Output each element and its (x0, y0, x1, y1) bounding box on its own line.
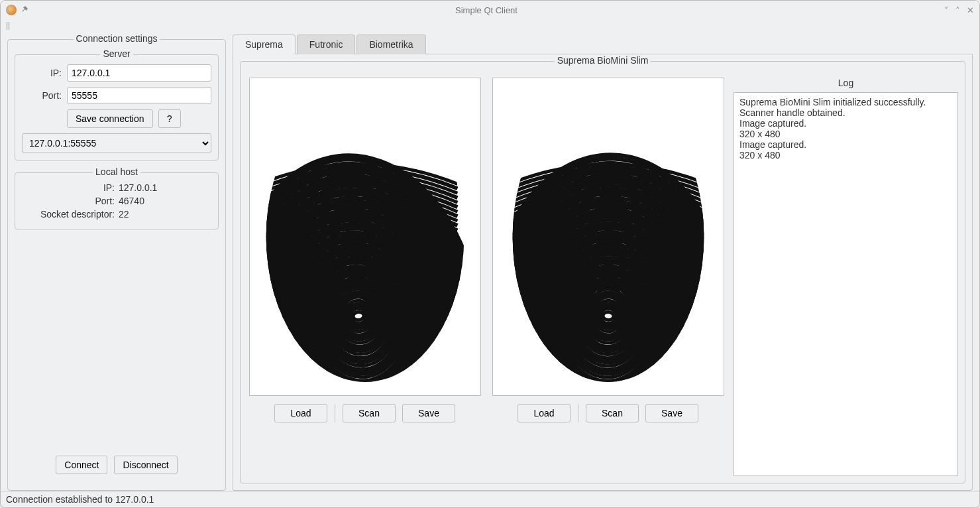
help-button[interactable]: ? (158, 109, 181, 128)
localhost-ip-label: IP: (22, 182, 115, 193)
save-button-2[interactable]: Save (645, 404, 698, 422)
window-title: Simple Qt Client (28, 5, 944, 15)
tab-suprema[interactable]: Suprema (233, 34, 296, 54)
fingerprint-icon (250, 78, 480, 395)
fingerprint-image-2 (492, 78, 724, 396)
log-column: Log Suprema BioMini Slim initialized suc… (734, 78, 958, 476)
log-textarea[interactable]: Suprema BioMini Slim initialized success… (734, 92, 958, 476)
toolbar-handle[interactable]: || (1, 19, 979, 31)
minimize-icon[interactable]: ˅ (944, 5, 949, 15)
fingerprint-image-1 (249, 78, 481, 396)
socket-descriptor-label: Socket descriptor: (22, 209, 115, 220)
fingerprint-panel-1: Load Scan Save (247, 78, 482, 476)
svg-point-45 (602, 312, 613, 320)
server-title: Server (100, 48, 133, 59)
maximize-icon[interactable]: ˄ (955, 5, 960, 15)
server-ip-input[interactable] (67, 64, 211, 82)
device-title: Suprema BioMini Slim (555, 55, 651, 66)
status-text: Connection established to 127.0.0.1 (6, 494, 154, 505)
scan-button-2[interactable]: Scan (586, 404, 639, 422)
save-button-1[interactable]: Save (402, 404, 455, 422)
load-button-1[interactable]: Load (274, 404, 327, 422)
app-window: Simple Qt Client ˅ ˄ ✕ || Connection set… (0, 0, 980, 508)
localhost-ip-value: 127.0.0.1 (119, 182, 157, 193)
localhost-port-label: Port: (22, 196, 115, 206)
save-connection-button[interactable]: Save connection (67, 109, 153, 128)
socket-descriptor-value: 22 (119, 209, 129, 220)
tabs-header: Suprema Futronic Biometrika (233, 34, 973, 54)
statusbar: Connection established to 127.0.0.1 (1, 491, 979, 507)
load-button-2[interactable]: Load (517, 404, 571, 422)
device-group: Suprema BioMini Slim (240, 61, 965, 483)
log-label: Log (734, 78, 958, 88)
server-port-input[interactable] (67, 87, 211, 104)
tab-biometrika[interactable]: Biometrika (356, 34, 425, 54)
pin-icon[interactable] (21, 5, 28, 15)
tab-futronic[interactable]: Futronic (297, 34, 356, 54)
localhost-port-value: 46740 (119, 196, 144, 206)
localhost-title: Local host (93, 166, 140, 177)
connect-button[interactable]: Connect (56, 456, 107, 474)
connection-settings-group: Connection settings Server IP: Port: Sav… (7, 39, 226, 491)
close-icon[interactable]: ✕ (967, 5, 974, 15)
server-group: Server IP: Port: Save connection ? 12 (15, 54, 219, 160)
localhost-group: Local host IP: 127.0.0.1 Port: 46740 Soc… (15, 172, 219, 229)
titlebar: Simple Qt Client ˅ ˄ ✕ (1, 1, 979, 19)
server-port-label: Port: (22, 90, 62, 101)
fingerprint-icon (493, 78, 724, 395)
saved-connections-select[interactable]: 127.0.0.1:55555 (22, 133, 211, 153)
fingerprint-panel-2: Load Scan Save (490, 78, 726, 476)
server-ip-label: IP: (22, 68, 62, 78)
scan-button-1[interactable]: Scan (343, 404, 396, 422)
app-icon (6, 5, 17, 15)
disconnect-button[interactable]: Disconnect (114, 456, 177, 474)
connection-settings-title: Connection settings (74, 33, 160, 44)
